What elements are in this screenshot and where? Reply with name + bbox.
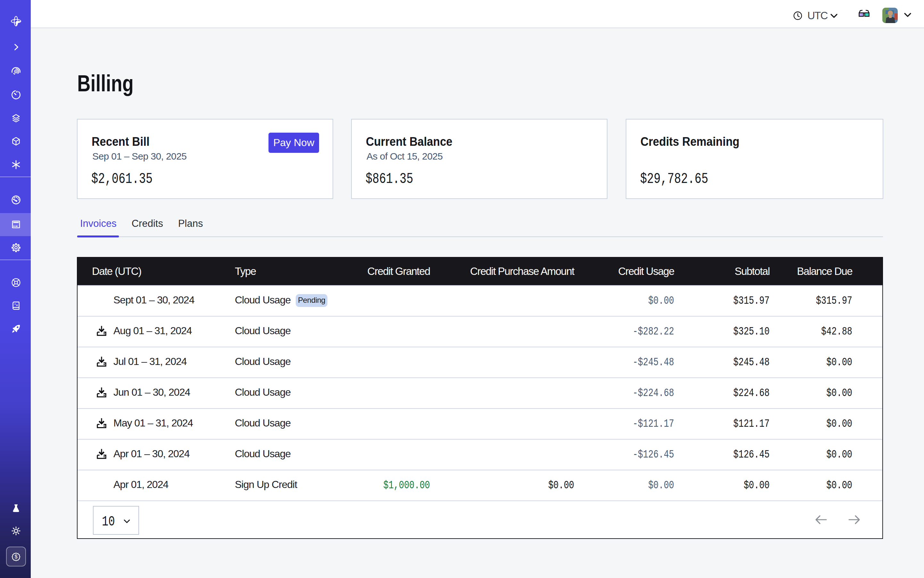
svg-text:$: $ — [15, 554, 17, 559]
